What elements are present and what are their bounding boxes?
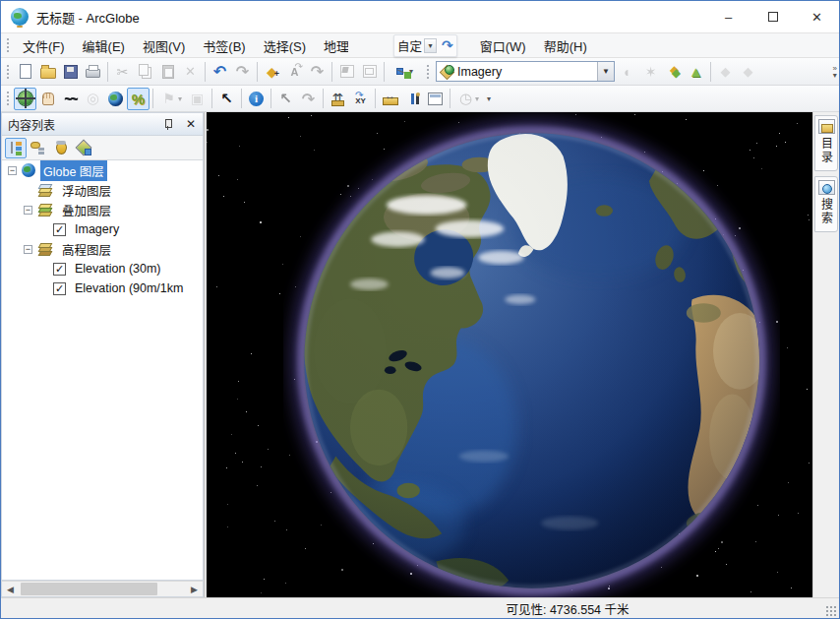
base-heights-button[interactable] (685, 60, 707, 83)
transparency-button[interactable] (662, 60, 685, 83)
menu-view[interactable]: 视图(V) (134, 33, 194, 58)
select-features-tool[interactable] (215, 88, 238, 110)
tree-expander[interactable]: − (24, 206, 32, 215)
star (787, 347, 788, 348)
toolbar-options-caret-icon[interactable]: ▾ (487, 94, 491, 103)
menu-selection[interactable]: 选择(S) (255, 33, 315, 58)
scrollbar-thumb[interactable] (21, 583, 157, 595)
layer-label[interactable]: Imagery (72, 221, 122, 237)
toolbar-separator (270, 89, 271, 108)
layer-label[interactable]: 高程图层 (59, 239, 114, 260)
customize-label[interactable]: 自定 (397, 36, 422, 55)
arcglobe-app-icon (11, 8, 29, 26)
html-popup-tool[interactable] (401, 88, 424, 110)
tree-row[interactable]: 浮动图层 (2, 180, 203, 200)
tree-row[interactable]: −叠加图层 (2, 200, 203, 219)
winmap-icon (338, 63, 355, 80)
toolbar-separator (152, 89, 153, 108)
undo-button[interactable] (209, 60, 231, 83)
toolbar-overflow-button[interactable]: »▾ (833, 65, 837, 79)
customize-dropdown-button[interactable]: ▾ (424, 38, 437, 53)
scroll-left-arrow-icon[interactable]: ◀ (2, 582, 19, 596)
maximize-button[interactable] (750, 1, 795, 32)
modelbuilder-button[interactable]: ▾ (388, 60, 417, 83)
dropdown-caret-icon[interactable]: ▾ (178, 94, 182, 103)
search-tab[interactable]: 搜索 (814, 176, 838, 232)
contrast-icon (620, 63, 636, 80)
layer-visibility-checkbox[interactable] (53, 223, 66, 236)
cursor-icon (218, 91, 235, 107)
find-button[interactable] (327, 88, 349, 110)
maximize-icon (768, 12, 778, 22)
catalog-tab[interactable]: 目录 (814, 115, 838, 171)
viewer-window-button[interactable] (424, 88, 447, 110)
toolbar-separator (257, 62, 258, 82)
brightness-button (639, 60, 662, 83)
active-layer-combobox[interactable]: Imagery ▼ (436, 61, 615, 82)
menu-bookmarks[interactable]: 书签(B) (194, 33, 254, 58)
navigation-mode-button[interactable] (127, 88, 150, 110)
listsrc-icon (30, 140, 47, 156)
contrast-button (617, 60, 639, 83)
layer-label[interactable]: 叠加图层 (59, 200, 114, 220)
menu-edit[interactable]: 编辑(E) (74, 33, 134, 58)
layer-visibility-checkbox[interactable] (53, 282, 66, 295)
toolbar-grip[interactable] (425, 63, 429, 81)
tree-row[interactable]: −Globe 图层 (2, 160, 203, 180)
combobox-dropdown-button[interactable]: ▼ (597, 62, 614, 81)
layer-label[interactable]: Globe 图层 (40, 160, 107, 181)
tree-expander[interactable]: − (8, 166, 17, 175)
new-document-button[interactable] (14, 60, 36, 83)
open-button[interactable] (36, 60, 59, 83)
fly-tool[interactable] (59, 88, 82, 110)
measure-tool[interactable] (379, 88, 401, 110)
toolbar-grip[interactable] (5, 36, 9, 54)
add-data-button[interactable] (261, 60, 283, 83)
full-extent-button[interactable] (104, 88, 127, 110)
menu-geoprocessing[interactable]: 地理处理(G) (315, 33, 348, 58)
search-window-icon (818, 180, 835, 195)
list-by-selection-button[interactable] (73, 138, 94, 158)
tree-row[interactable]: Imagery (2, 219, 203, 239)
menu-help[interactable]: 帮助(H) (535, 33, 596, 58)
menu-file[interactable]: 文件(F) (14, 33, 74, 58)
resize-grip[interactable] (825, 605, 837, 617)
save-button[interactable] (59, 60, 82, 83)
identify-tool[interactable] (245, 88, 268, 110)
close-button[interactable]: ✕ (795, 1, 839, 32)
list-by-source-button[interactable] (28, 138, 49, 158)
list-by-drawing-order-button[interactable] (5, 138, 27, 158)
scroll-right-arrow-icon[interactable]: ▶ (186, 582, 203, 596)
pan-tool[interactable] (36, 88, 59, 110)
layer-label[interactable]: Elevation (90m/1km (72, 280, 186, 296)
navigate-tool[interactable] (14, 88, 36, 110)
dropdown-caret-icon[interactable]: ▾ (409, 67, 413, 76)
pyramid-icon (688, 63, 704, 80)
star (244, 202, 245, 203)
go-to-xy-button[interactable] (349, 88, 372, 110)
minimize-button[interactable]: – (706, 1, 750, 32)
tree-row[interactable]: −高程图层 (2, 239, 203, 259)
star (788, 482, 789, 483)
print-button[interactable] (82, 60, 104, 83)
globe-viewport[interactable] (207, 112, 812, 597)
star (237, 179, 238, 180)
star (231, 434, 232, 435)
layer-visibility-checkbox[interactable] (53, 263, 66, 276)
tree-row[interactable]: Elevation (30m) (2, 259, 203, 279)
list-by-visibility-button[interactable] (50, 138, 72, 158)
menu-bar: 文件(F)编辑(E)视图(V)书签(B)选择(S)地理处理(G) 自定 ▾ ↷ … (1, 33, 839, 58)
scrollbar-track[interactable] (19, 582, 186, 596)
layer-label[interactable]: 浮动图层 (59, 180, 114, 201)
listsel-icon (76, 140, 92, 156)
dropdown-caret-icon[interactable]: ▾ (475, 94, 479, 103)
toc-horizontal-scrollbar[interactable]: ◀ ▶ (1, 581, 204, 597)
layer-label[interactable]: Elevation (30m) (72, 261, 164, 277)
toolbar-grip[interactable] (5, 90, 9, 107)
tree-expander[interactable]: − (24, 245, 32, 254)
tree-row[interactable]: Elevation (90m/1km (2, 279, 203, 298)
toolbar-grip[interactable] (5, 63, 9, 81)
toc-close-button[interactable]: ✕ (183, 117, 199, 131)
menu-window[interactable]: 窗口(W) (471, 33, 535, 58)
pin-icon[interactable] (161, 117, 175, 131)
